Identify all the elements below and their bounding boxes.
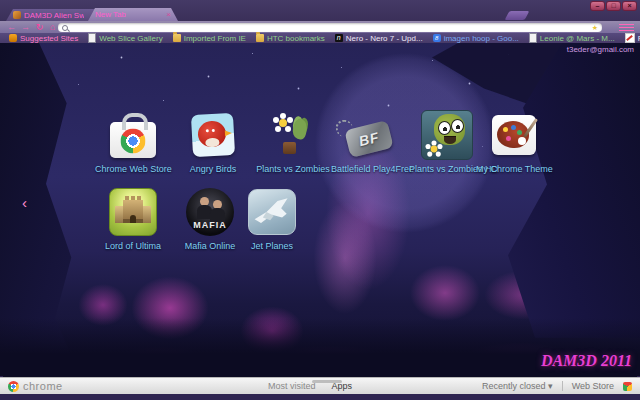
- app-item[interactable]: My Chrome Theme: [476, 109, 552, 174]
- bookmark-item[interactable]: Imported From IE: [168, 33, 251, 43]
- reload-icon[interactable]: ↻: [33, 21, 46, 33]
- app-label: Plants vs Zombies: [255, 164, 331, 174]
- previous-page-arrow[interactable]: ‹: [22, 195, 27, 210]
- app-item[interactable]: Plants vs Zombies HD: [409, 109, 485, 174]
- app-label: Chrome Web Store: [95, 164, 171, 174]
- folder-icon: [173, 34, 181, 42]
- bookmark-label: Leonie @ Mars - M...: [540, 34, 615, 43]
- bookmark-item[interactable]: Freebie |MyVersion...: [620, 33, 640, 43]
- chrome-logo-icon: [8, 381, 19, 392]
- omnibox[interactable]: ★: [58, 23, 602, 32]
- apps-page-slider[interactable]: [312, 380, 342, 383]
- bookmark-label: Imported From IE: [184, 34, 246, 43]
- app-item[interactable]: Lord of Ultima: [95, 186, 171, 251]
- footer-right-group: Recently closed ▾ Web Store: [482, 378, 632, 394]
- page-icon: [88, 33, 96, 43]
- tab-title: New Tab: [95, 10, 126, 19]
- chrome-brand: chrome: [8, 378, 63, 394]
- web-store-icon: [623, 382, 632, 391]
- brush-icon: [625, 33, 635, 43]
- suggested-sites-icon: [9, 34, 17, 42]
- tab-active[interactable]: New Tab×: [88, 8, 178, 21]
- bookmark-item[interactable]: Leonie @ Mars - M...: [524, 33, 620, 43]
- caret-down-icon: ▾: [548, 381, 553, 391]
- back-icon[interactable]: ←: [5, 21, 18, 33]
- bookmark-item[interactable]: HTC bookmarks: [251, 33, 330, 43]
- pvz-hd-zombie-icon[interactable]: [409, 109, 485, 161]
- bookmark-label: Nero - Nero 7 - Upd...: [346, 34, 423, 43]
- ntp-footer-bar: chrome Most visitedApps Recently closed …: [0, 377, 640, 394]
- window-frame: [0, 394, 640, 400]
- folder-icon: [256, 34, 264, 42]
- blue-favicon: [433, 34, 441, 42]
- bookmark-star-icon[interactable]: ★: [592, 23, 598, 32]
- forward-icon[interactable]: →: [19, 21, 32, 33]
- tab-title: DAM3D Alien Swamp | t...: [24, 11, 84, 20]
- bookmark-label: Web Slice Gallery: [99, 34, 162, 43]
- chrome-web-store-icon[interactable]: [95, 109, 171, 161]
- bookmark-item[interactable]: imagen hoop - Goo...: [428, 33, 524, 43]
- app-label: My Chrome Theme: [476, 164, 552, 174]
- battlefield-dogtag-icon[interactable]: BF: [331, 109, 407, 161]
- nero-icon: [335, 34, 343, 42]
- bookmark-label: imagen hoop - Goo...: [444, 34, 519, 43]
- app-item[interactable]: BFBattlefield Play4Free: [331, 109, 407, 174]
- wallpaper-credit: DAM3D 2011: [541, 352, 632, 370]
- tab-strip: DAM3D Alien Swamp | t...×New Tab×: [0, 8, 640, 21]
- bookmarks-bar: Suggested SitesWeb Slice GalleryImported…: [0, 33, 640, 43]
- recently-closed-menu[interactable]: Recently closed ▾: [482, 381, 553, 391]
- wrench-menu-icon[interactable]: [619, 24, 634, 31]
- app-label: Battlefield Play4Free: [331, 164, 407, 174]
- new-tab-page: t3eder@gmail.com ‹ Chrome Web StoreAngry…: [0, 43, 640, 378]
- bookmark-item[interactable]: Suggested Sites: [4, 33, 83, 43]
- maximize-button[interactable]: □: [607, 2, 620, 10]
- app-item[interactable]: Chrome Web Store: [95, 109, 171, 174]
- app-label: Jet Planes: [234, 241, 310, 251]
- recently-closed-label: Recently closed: [482, 381, 546, 391]
- divider: [562, 381, 563, 391]
- web-store-link[interactable]: Web Store: [572, 381, 614, 391]
- chrome-brand-label: chrome: [23, 380, 63, 392]
- angry-birds-icon[interactable]: [175, 109, 251, 161]
- pvz-flower-zombie-icon[interactable]: [255, 109, 331, 161]
- tab-close-icon[interactable]: ×: [162, 11, 171, 19]
- close-button[interactable]: ×: [623, 2, 636, 10]
- app-item[interactable]: Plants vs Zombies: [255, 109, 331, 174]
- app-label: Angry Birds: [175, 164, 251, 174]
- app-item[interactable]: Angry Birds: [175, 109, 251, 174]
- bookmark-item[interactable]: Nero - Nero 7 - Upd...: [330, 33, 428, 43]
- section-most-visited[interactable]: Most visited: [268, 381, 316, 391]
- browser-window: –□× DAM3D Alien Swamp | t...×New Tab× ← …: [0, 0, 640, 400]
- app-label: Lord of Ultima: [95, 241, 171, 251]
- castle-icon[interactable]: [95, 186, 171, 238]
- page-icon: [529, 33, 537, 43]
- minimize-button[interactable]: –: [591, 2, 604, 10]
- window-controls: –□×: [591, 2, 636, 10]
- jet-icon[interactable]: [234, 186, 310, 238]
- search-icon: [62, 25, 68, 31]
- bookmark-item[interactable]: Web Slice Gallery: [83, 33, 167, 43]
- bookmark-label: HTC bookmarks: [267, 34, 325, 43]
- app-label: Plants vs Zombies HD: [409, 164, 485, 174]
- tab-favicon: [13, 11, 21, 19]
- app-item[interactable]: Jet Planes: [234, 186, 310, 251]
- bookmark-label: Suggested Sites: [20, 34, 78, 43]
- palette-icon[interactable]: [476, 109, 552, 161]
- apps-grid: Chrome Web StoreAngry BirdsPlants vs Zom…: [0, 43, 640, 378]
